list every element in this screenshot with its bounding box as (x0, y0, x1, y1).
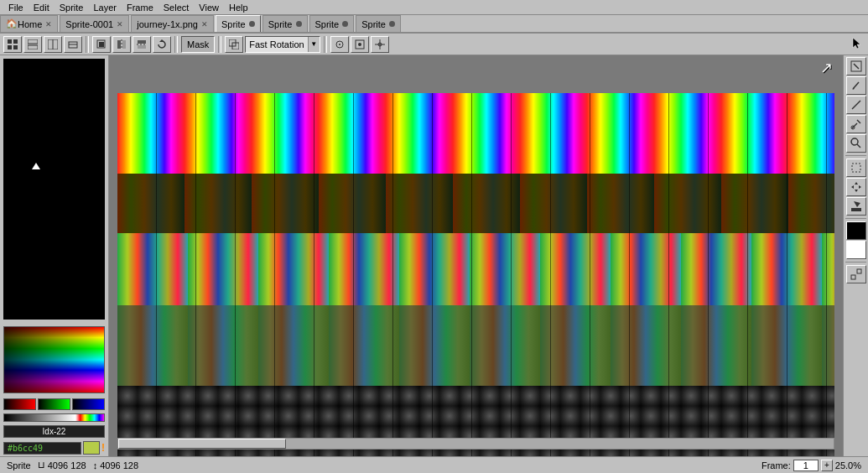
menu-select[interactable]: Select (159, 3, 195, 13)
svg-marker-18 (159, 39, 164, 42)
flip-v-btn[interactable] (133, 36, 151, 53)
tab-sprite-4[interactable]: Sprite (356, 15, 401, 32)
grid-view-btn-3[interactable] (44, 36, 62, 53)
tab-journey[interactable]: journey-1x.png ✕ (131, 15, 214, 32)
zoom-tool-btn[interactable] (846, 57, 866, 75)
menu-help[interactable]: Help (224, 3, 253, 13)
frame-plus-btn[interactable]: + (821, 460, 833, 471)
snap2-icon (355, 39, 365, 49)
toolbar-sep-2 (174, 36, 178, 53)
tab-sprite0001-close[interactable]: ✕ (117, 20, 123, 29)
palette-bar[interactable] (3, 413, 105, 422)
svg-marker-42 (851, 185, 854, 189)
size-icon-2: ↕ (93, 460, 98, 470)
color-palette[interactable] (3, 326, 105, 393)
menu-layer[interactable]: Layer (88, 3, 122, 13)
home-icon: 🏠 (6, 18, 18, 29)
line-tool-btn[interactable] (846, 96, 866, 114)
grid4-icon (68, 39, 78, 49)
size-icon-1: ⊔ (38, 460, 45, 470)
svg-marker-43 (859, 185, 861, 189)
svg-point-22 (339, 44, 340, 45)
fill-tool-btn[interactable] (846, 197, 866, 216)
menu-sprite[interactable]: Sprite (55, 3, 89, 13)
eyedropper-tool-btn[interactable] (846, 115, 866, 133)
band-2-grid (117, 174, 834, 234)
flip-h-btn[interactable] (112, 36, 131, 53)
svg-point-24 (358, 43, 361, 46)
tab-journey-close[interactable]: ✕ (201, 20, 208, 29)
grid-view-btn-2[interactable] (23, 36, 42, 53)
menu-frame[interactable]: Frame (122, 3, 159, 13)
move-tool-btn[interactable] (846, 178, 866, 196)
frame-input[interactable] (793, 460, 819, 471)
size-value-2: 4096 128 (100, 460, 138, 470)
color-swatch[interactable] (83, 441, 100, 455)
svg-line-30 (854, 64, 859, 69)
canvas-resize-btn[interactable] (225, 36, 243, 53)
rotate-btn[interactable] (153, 36, 171, 53)
svg-rect-5 (28, 45, 38, 49)
move-tool-icon (850, 181, 862, 193)
band-2 (117, 174, 834, 234)
line-tool-icon (850, 99, 862, 111)
menu-file[interactable]: File (3, 3, 29, 13)
white-swatch[interactable] (846, 241, 866, 259)
tab-sprite-4-label: Sprite (361, 19, 386, 29)
tool-separator-2 (845, 218, 866, 219)
blue-slider[interactable] (72, 398, 105, 410)
menu-view[interactable]: View (194, 3, 224, 13)
expand-icon (850, 268, 862, 280)
snap-btn-1[interactable] (330, 36, 349, 53)
grid-view-btn-1[interactable] (3, 36, 22, 53)
svg-point-37 (851, 138, 858, 145)
tab-home-close[interactable]: ✕ (45, 20, 52, 29)
tab-sprite0001[interactable]: Sprite-0001 ✕ (60, 15, 129, 32)
menu-bar: File Edit Sprite Layer Frame Select View… (0, 0, 868, 15)
pencil-tool-icon (850, 80, 862, 91)
snap-btn-3[interactable] (371, 36, 389, 53)
h-scrollbar[interactable] (117, 438, 834, 450)
hex-input[interactable]: #b6cc49 (3, 442, 81, 455)
resize-btn[interactable] (92, 36, 111, 53)
svg-rect-16 (138, 45, 146, 49)
svg-rect-0 (8, 39, 12, 44)
toolbar-sep-4 (324, 36, 327, 53)
green-slider[interactable] (38, 398, 70, 410)
mask-button[interactable]: Mask (181, 36, 215, 53)
left-panel: Idx-22 #b6cc49 ! (0, 55, 109, 456)
red-slider[interactable] (3, 398, 36, 410)
tab-sprite-active[interactable]: Sprite (216, 15, 261, 32)
palette-overlay (4, 327, 104, 392)
tool-separator (845, 155, 866, 156)
pencil-tool-btn[interactable] (846, 76, 866, 95)
expand-btn[interactable] (846, 265, 866, 283)
tab-home[interactable]: 🏠 Home ✕ (0, 15, 58, 32)
magnify-tool-icon (850, 138, 862, 149)
black-swatch[interactable] (846, 221, 866, 240)
svg-marker-40 (855, 182, 858, 185)
svg-rect-46 (857, 269, 861, 273)
svg-line-33 (852, 101, 860, 109)
fill-tool-icon (850, 200, 862, 212)
rotation-dropdown-arrow[interactable]: ▼ (308, 37, 320, 52)
menu-edit[interactable]: Edit (29, 3, 55, 13)
magnify-tool-btn[interactable] (846, 134, 866, 153)
snap1-icon (335, 39, 345, 49)
svg-rect-47 (851, 275, 855, 279)
tab-sprite-active-dot (249, 21, 255, 27)
tab-sprite-3[interactable]: Sprite (309, 15, 355, 32)
size-value-1: 4096 128 (48, 460, 86, 470)
grid3-icon (48, 39, 58, 49)
toolbar-sep-3 (218, 36, 221, 53)
frame-status: Frame: + 25.0% (761, 460, 861, 471)
grid-view-btn-4[interactable] (64, 36, 82, 53)
h-scrollbar-thumb[interactable] (118, 439, 286, 449)
tab-home-label: Home (18, 19, 42, 29)
rotation-dropdown[interactable]: Fast Rotation ▼ (245, 36, 320, 53)
snap-btn-2[interactable] (351, 36, 369, 53)
select-tool-btn[interactable] (846, 159, 866, 177)
tab-sprite-2[interactable]: Sprite (262, 15, 308, 32)
svg-rect-3 (13, 45, 18, 49)
sprite-status: Sprite (7, 460, 31, 470)
